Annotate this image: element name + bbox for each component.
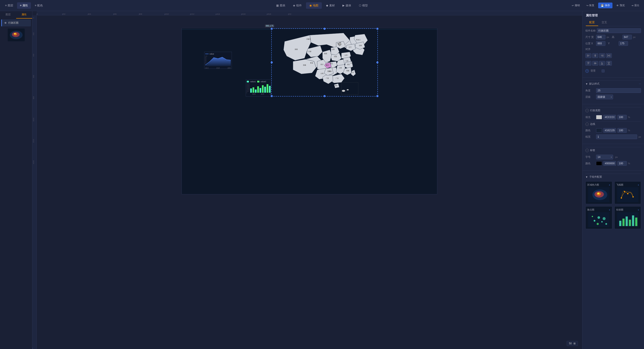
tab-props[interactable]: 属性 [16,11,32,18]
fill-color-input[interactable] [603,115,616,120]
map-component[interactable]: 新疆 西藏 甘肃 内蒙古 陕西 河南 山西 河北 山东 江苏 青海 四川 [271,28,378,96]
svg-point-75 [602,221,603,222]
component-icon: ◈ [293,4,295,7]
nav-chart[interactable]: ▦ 图表 [273,2,289,9]
align-left-btn[interactable] [586,53,591,58]
canvas-inner[interactable]: 880,175 value [37,15,582,349]
align-space-h-btn[interactable] [606,53,612,58]
resize-handle-left[interactable] [271,61,273,64]
bg-checkbox[interactable] [602,70,604,72]
angle-input[interactable] [596,88,641,93]
canvas-area[interactable]: 0 202 404 606 808 1010 1212 1414 1616 18… [32,11,582,349]
sub-comp-heatmap[interactable]: 区域热力图 + [586,181,612,204]
nav-material[interactable]: ◆ 素材 [323,2,338,9]
tab-layers[interactable]: 图层 [0,11,16,18]
default-style-header[interactable]: ▼ 默认样式 ⋯ [586,80,641,87]
sub-comp-scatter[interactable]: 散点图 + [586,206,612,229]
ruler-left: 0 202 404 606 808 1010 1212 1414 [32,15,37,349]
align-bottom-btn[interactable] [599,61,605,66]
align-right-btn[interactable] [599,53,605,58]
nav-layers[interactable]: ≡ 图层 [2,2,16,9]
undo-button[interactable]: ↩ 撤销 [569,2,582,8]
height-input[interactable] [622,35,632,40]
redo-button[interactable]: ↪ 恢复 [584,2,597,8]
fill-color-swatch[interactable] [596,115,602,119]
colormap-icon: ≡ [35,4,36,7]
svg-text:广东: 广东 [336,78,338,79]
svg-rect-55 [596,62,596,64]
label-color-input[interactable] [603,161,616,166]
resize-handle-bottom[interactable] [324,95,326,97]
align-center-h-btn[interactable] [592,53,598,58]
svg-point-66 [597,192,600,194]
svg-text:江西: 江西 [339,67,342,68]
font-size-select[interactable]: 14 12 16 18 [596,155,613,159]
svg-rect-42 [594,55,596,56]
svg-text:广西: 广西 [326,78,329,79]
align-space-v-btn[interactable] [606,61,612,66]
border-opacity-input[interactable] [617,128,627,133]
sub-comp-flyline[interactable]: 飞线图 + [614,181,641,204]
align-row-1 [586,53,612,58]
preview-button[interactable]: 👁 预览 [614,2,628,8]
add-flyline-btn[interactable]: + [638,184,639,186]
align-row-2 [586,61,612,66]
svg-text:河南: 河南 [334,56,337,57]
level-select[interactable]: 国家级 省级 市级 区县级 [596,94,613,99]
add-bg-btn[interactable]: + [586,69,589,73]
border-color-input[interactable] [603,128,616,133]
collapse-labels-btn[interactable]: − [586,149,589,152]
collapse-boundary-btn[interactable]: − [586,109,589,112]
border-header[interactable]: − 边线 [586,121,641,127]
resize-handle-tr[interactable] [376,28,378,30]
layer-item-admin-map[interactable]: 👁 行政区图 [1,20,31,26]
add-bar-btn[interactable]: + [638,208,639,211]
add-heatmap-btn[interactable]: + [609,184,610,186]
width-input[interactable] [596,35,606,40]
save-button[interactable]: 💾 保存 [598,2,612,8]
border-width-row: 线宽 px [586,134,641,139]
tab-interact[interactable]: 交互 [598,19,610,26]
fill-opacity-input[interactable] [617,115,627,120]
add-scatter-btn[interactable]: + [609,208,610,211]
svg-rect-37 [342,82,358,94]
panel-title: 属性管理 [582,11,644,19]
pos-y-input[interactable] [619,41,628,46]
label-opacity-input[interactable] [617,161,627,166]
nav-colormap[interactable]: ≡ 配色 [32,2,46,9]
border-width-input[interactable] [596,134,637,139]
nav-component[interactable]: ◈ 组件 [290,2,305,9]
svg-point-4 [14,33,16,34]
tab-config[interactable]: 配置 [586,19,598,26]
label-color-swatch[interactable] [596,161,602,166]
sub-comp-bar[interactable]: 柱状图 + [614,206,641,229]
svg-text:内蒙古: 内蒙古 [306,38,311,40]
exit-button[interactable]: ⇥ 退出 [629,2,642,8]
svg-point-77 [603,217,606,220]
align-top-btn[interactable] [586,61,591,66]
eye-icon[interactable]: 👁 [4,21,7,25]
component-name-input[interactable] [597,28,641,33]
resize-handle-top[interactable] [324,28,326,30]
nav-map[interactable]: ◉ 地图 [306,2,322,9]
resize-handle-right[interactable] [376,61,378,64]
sub-components-header[interactable]: ▼ 子组件配置 [586,174,641,180]
default-style-section: ▼ 默认样式 ⋯ 角度 层级 国家级 省级 市级 区县级 ▾ [582,78,644,103]
resize-handle-tl[interactable] [271,28,273,30]
svg-rect-86 [635,218,637,226]
labels-header[interactable]: − 标签 [586,147,641,154]
nav-props[interactable]: ≡ 属性 [17,2,31,9]
svg-text:山东: 山东 [344,54,348,56]
style-settings-icon[interactable]: ⋯ [639,83,641,85]
collapse-border-btn[interactable]: − [586,122,589,126]
border-color-swatch[interactable] [596,128,602,132]
nav-media[interactable]: ▶ 媒体 [339,2,354,9]
align-center-v-btn[interactable] [592,61,598,66]
svg-rect-49 [608,55,609,56]
resize-handle-br[interactable] [376,95,378,97]
border-color-row: 颜色 % [586,128,641,133]
nav-model[interactable]: ⬡ 模型 [356,2,371,9]
pos-x-input[interactable] [596,41,606,46]
admin-boundary-header[interactable]: − 行政底图 [586,107,641,114]
resize-handle-bl[interactable] [271,95,273,97]
